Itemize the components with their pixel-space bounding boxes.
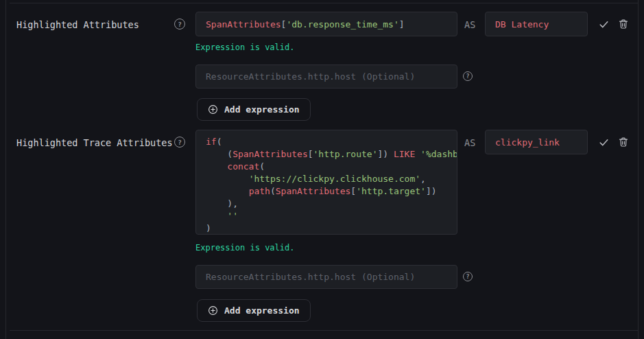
trash-icon[interactable] [617, 136, 630, 148]
highlighted-attributes-label: Highlighted Attributes [16, 19, 139, 30]
highlighted-trace-attributes-label: Highlighted Trace Attributes [16, 137, 173, 148]
add-expression-label: Add expression [224, 104, 300, 115]
settings-panel: Highlighted Attributes ? SpanAttributes[… [0, 0, 644, 339]
trace-expression-editor[interactable]: if( (SpanAttributes['http.route']) LIKE … [195, 130, 457, 235]
bottom-divider [10, 330, 638, 331]
as-label: AS [464, 19, 475, 30]
confirm-check-icon[interactable] [597, 18, 610, 30]
trash-icon[interactable] [617, 18, 630, 30]
plus-circle-icon [208, 305, 218, 316]
plus-circle-icon [208, 104, 218, 115]
add-expression-button[interactable]: Add expression [197, 98, 311, 121]
add-expression-button[interactable]: Add expression [197, 299, 311, 322]
panel-right-border [638, 0, 639, 339]
top-divider [10, 3, 638, 3]
confirm-check-icon[interactable] [597, 136, 610, 148]
alias-input[interactable] [485, 12, 588, 36]
help-icon[interactable]: ? [463, 272, 473, 281]
expression-input[interactable]: SpanAttributes['db.response_time_ms'] [195, 12, 457, 36]
as-label: AS [464, 137, 475, 148]
optional-attribute-input[interactable] [195, 265, 457, 289]
optional-attribute-input[interactable] [195, 65, 457, 89]
validity-message: Expression is valid. [195, 43, 295, 52]
add-expression-label: Add expression [224, 305, 300, 316]
validity-message: Expression is valid. [195, 243, 295, 253]
help-icon[interactable]: ? [174, 19, 185, 30]
help-icon[interactable]: ? [463, 71, 473, 81]
alias-input[interactable] [485, 130, 588, 154]
help-icon[interactable]: ? [174, 137, 185, 148]
panel-left-border [5, 0, 6, 339]
